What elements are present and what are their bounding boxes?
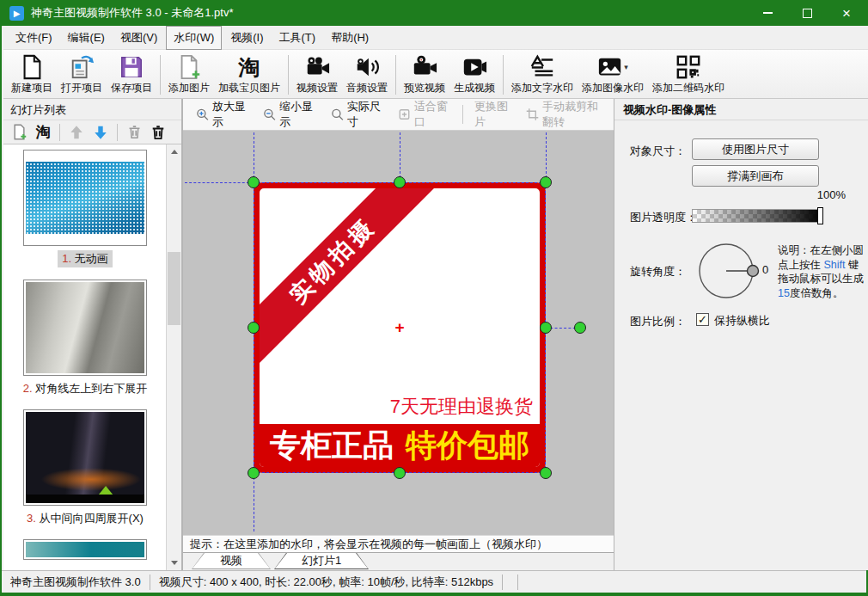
slide-list-panel: 幻灯片列表 淘 1. 无动画 2. 对角线左上到右下展开 3. 从中间向四周展开… bbox=[3, 99, 182, 570]
video-settings-icon bbox=[304, 54, 330, 80]
slide-2-thumbnail[interactable] bbox=[26, 282, 144, 373]
add-qrcode-watermark-button[interactable]: 添加二维码水印 bbox=[648, 52, 729, 97]
canvas[interactable]: 实物拍摄 7天无理由退换货 专柜正品 特价包邮 + bbox=[183, 131, 614, 535]
keep-aspect-label: 保持纵横比 bbox=[714, 313, 770, 329]
titlebar: ▶ 神奇主图视频制作软件 3.0 - 未命名1.ptv* × bbox=[2, 0, 866, 26]
center-cross-marker: + bbox=[394, 318, 404, 337]
maximize-icon bbox=[803, 9, 812, 18]
statusbar-video-info: 视频尺寸: 400 x 400, 时长: 22.00秒, 帧率: 10帧/秒, … bbox=[150, 574, 503, 590]
rotation-handle[interactable] bbox=[574, 322, 586, 334]
hint-bar: 提示：在这里添加的水印，将会显示在视频的每一帧画面上（视频水印） bbox=[183, 535, 614, 552]
slide-item-1[interactable]: 1. 无动画 bbox=[3, 150, 167, 267]
handle-top-left[interactable] bbox=[248, 176, 260, 188]
replace-image-button[interactable]: 更换图片 bbox=[468, 95, 518, 133]
generate-video-button[interactable]: 生成视频 bbox=[449, 52, 499, 97]
chevron-down-icon: ▾ bbox=[624, 63, 628, 71]
guide-line bbox=[400, 132, 400, 182]
slide-3-thumbnail[interactable] bbox=[26, 412, 144, 503]
slide-2-label: 2. 对角线左上到右下展开 bbox=[19, 380, 151, 397]
audio-settings-button[interactable]: 音频设置 bbox=[342, 52, 392, 97]
menu-tools[interactable]: 工具(T) bbox=[272, 27, 323, 49]
menu-file[interactable]: 文件(F) bbox=[9, 27, 59, 49]
zoom-in-icon bbox=[196, 107, 209, 122]
move-down-icon bbox=[93, 125, 108, 140]
add-slide-button[interactable] bbox=[9, 122, 29, 143]
text-watermark-icon bbox=[529, 54, 555, 80]
slide-item-4-partial[interactable] bbox=[3, 539, 167, 560]
app-window: ▶ 神奇主图视频制作软件 3.0 - 未命名1.ptv* × 文件(F) 编辑(… bbox=[0, 0, 868, 596]
handle-top-center[interactable] bbox=[394, 176, 406, 188]
fit-window-button[interactable]: 适合窗口 bbox=[392, 95, 457, 133]
rotation-note: 说明：在左侧小圆点上按住 Shift 键拖动鼠标可以生成15度倍数角。 bbox=[778, 243, 868, 300]
minimize-button[interactable] bbox=[748, 0, 787, 26]
menu-help[interactable]: 帮助(H) bbox=[324, 27, 376, 49]
scrollbar-thumb[interactable] bbox=[168, 252, 180, 325]
rotation-dial[interactable] bbox=[694, 238, 788, 304]
actual-size-button[interactable]: 实际尺寸 bbox=[325, 95, 390, 133]
opacity-slider[interactable] bbox=[692, 209, 822, 223]
new-project-icon bbox=[19, 54, 45, 80]
image-watermark-icon bbox=[597, 54, 623, 80]
crop-flip-button[interactable]: 手动裁剪和翻转 bbox=[520, 95, 614, 133]
taobao-icon: 淘 bbox=[36, 122, 51, 142]
properties-panel: 视频水印-图像属性 对象尺寸： 使用图片尺寸 撑满到画布 100% 图片透明度：… bbox=[614, 99, 868, 570]
rotation-dial-dot[interactable] bbox=[748, 266, 759, 277]
opacity-label: 图片透明度： bbox=[630, 210, 697, 225]
handle-bottom-right[interactable] bbox=[540, 467, 552, 479]
maximize-button[interactable] bbox=[787, 0, 827, 26]
toolbar-separator bbox=[395, 55, 396, 95]
taobao-import-button[interactable]: 淘 bbox=[33, 122, 53, 143]
use-image-size-button[interactable]: 使用图片尺寸 bbox=[692, 138, 819, 160]
zoom-in-button[interactable]: 放大显示 bbox=[190, 95, 255, 133]
delete-slide-button[interactable] bbox=[124, 122, 144, 143]
tab-video[interactable]: 视频 bbox=[192, 553, 271, 569]
handle-bottom-center[interactable] bbox=[394, 467, 406, 479]
tab-slide-1[interactable]: 幻灯片1 bbox=[274, 553, 369, 569]
save-project-button[interactable]: 保存项目 bbox=[107, 52, 156, 97]
add-image-button[interactable]: 添加图片 bbox=[164, 52, 214, 97]
slide-1-thumbnail[interactable] bbox=[26, 152, 144, 243]
zoom-out-button[interactable]: 缩小显示 bbox=[257, 95, 322, 133]
save-project-icon bbox=[119, 54, 144, 80]
window-title: 神奇主图视频制作软件 3.0 - 未命名1.ptv* bbox=[31, 5, 233, 21]
handle-bottom-left[interactable] bbox=[248, 467, 260, 479]
add-image-watermark-button[interactable]: ▾ 添加图像水印 bbox=[578, 52, 648, 97]
new-project-button[interactable]: 新建项目 bbox=[7, 52, 57, 97]
menu-watermark[interactable]: 水印(W) bbox=[166, 26, 222, 50]
fill-canvas-button[interactable]: 撑满到画布 bbox=[692, 165, 819, 187]
slide-item-2[interactable]: 2. 对角线左上到右下展开 bbox=[3, 280, 167, 397]
load-taobao-images-button[interactable]: 淘 加载宝贝图片 bbox=[214, 52, 284, 97]
video-settings-button[interactable]: 视频设置 bbox=[292, 52, 342, 97]
close-button[interactable]: × bbox=[827, 0, 866, 26]
move-up-button[interactable] bbox=[66, 122, 87, 143]
opacity-slider-handle[interactable] bbox=[817, 207, 823, 224]
add-image-icon bbox=[176, 54, 202, 80]
slide-item-3[interactable]: 3. 从中间向四周展开(X) bbox=[3, 409, 167, 527]
menu-view[interactable]: 视图(V) bbox=[113, 27, 164, 49]
menu-video[interactable]: 视频(I) bbox=[223, 27, 270, 49]
slide-list: 1. 无动画 2. 对角线左上到右下展开 3. 从中间向四周展开(X) bbox=[3, 144, 167, 570]
fit-window-icon bbox=[398, 107, 411, 122]
handle-middle-right[interactable] bbox=[540, 322, 552, 334]
toolbar-separator bbox=[503, 55, 504, 95]
handle-top-right[interactable] bbox=[540, 176, 552, 188]
generate-video-icon bbox=[462, 54, 487, 80]
toolbar-separator bbox=[160, 55, 161, 95]
open-project-button[interactable]: 打开项目 bbox=[57, 52, 107, 97]
taobao-icon: 淘 bbox=[239, 57, 260, 78]
handle-middle-left[interactable] bbox=[248, 322, 260, 334]
rotation-label: 旋转角度： bbox=[630, 264, 686, 280]
scroll-down-button[interactable] bbox=[167, 556, 181, 570]
preview-video-button[interactable]: 预览视频 bbox=[400, 52, 449, 97]
clear-all-slides-button[interactable] bbox=[148, 122, 168, 143]
scroll-up-button[interactable] bbox=[167, 144, 181, 159]
menu-edit[interactable]: 编辑(E) bbox=[61, 27, 112, 49]
slide-list-title: 幻灯片列表 bbox=[3, 99, 181, 120]
slide-list-scrollbar[interactable] bbox=[166, 144, 181, 570]
keep-aspect-checkbox[interactable]: ✓ bbox=[696, 313, 709, 326]
add-text-watermark-button[interactable]: 添加文字水印 bbox=[507, 52, 578, 97]
slide-list-toolbar: 淘 bbox=[3, 120, 181, 144]
move-down-button[interactable] bbox=[90, 122, 111, 143]
scroll-up-icon bbox=[171, 150, 178, 154]
scroll-down-icon bbox=[171, 561, 178, 565]
